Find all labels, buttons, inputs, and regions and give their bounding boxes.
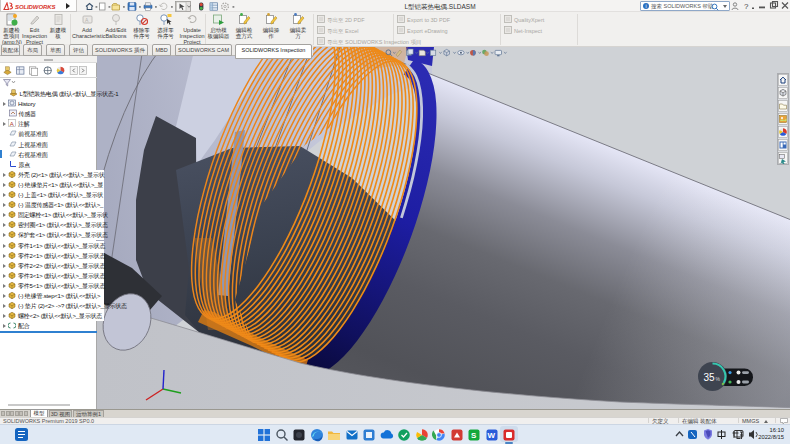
svg-text:S: S xyxy=(471,431,477,440)
svg-text:?: ? xyxy=(744,2,749,11)
svg-text:%: % xyxy=(716,376,721,382)
svg-text:SOLIDWORKS: SOLIDWORKS xyxy=(15,4,55,10)
svg-text:W: W xyxy=(488,431,496,440)
svg-text:35: 35 xyxy=(704,372,716,383)
svg-text:A: A xyxy=(10,121,14,127)
